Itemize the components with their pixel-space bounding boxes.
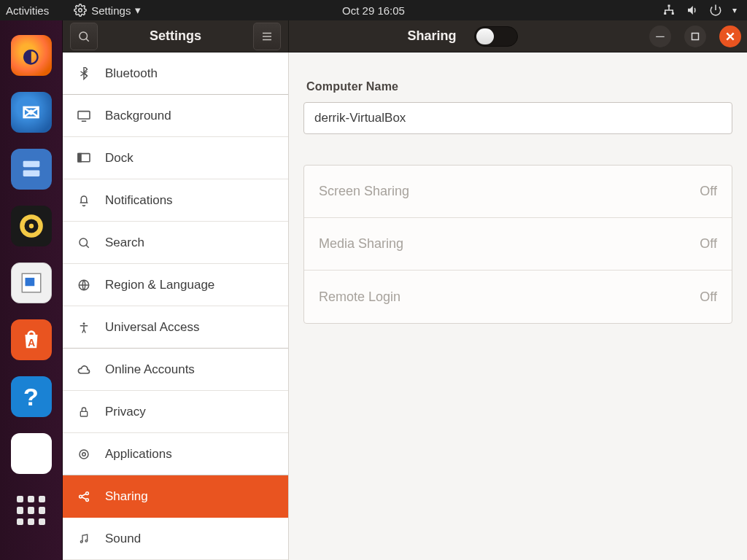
svg-rect-4 [23,161,39,168]
sidebar-item-label: Online Accounts [105,362,195,377]
activities-button[interactable]: Activities [6,4,49,17]
dock-show-applications[interactable] [11,490,52,531]
svg-point-17 [80,238,88,246]
svg-rect-2 [664,12,666,15]
search-icon [76,236,92,249]
settings-window: Settings Sharing ─ [63,20,747,560]
firefox-icon: ◐ [23,44,39,67]
hamburger-menu-button[interactable] [253,23,281,50]
svg-text:A: A [27,337,34,349]
sidebar-item-label: Sound [105,532,141,546]
dock-files[interactable] [11,149,52,190]
dock-help[interactable]: ? [11,376,52,417]
hamburger-icon [260,30,274,43]
row-state: Off [700,236,717,252]
dock-firefox[interactable]: ◐ [11,35,52,76]
sidebar-item-label: Bluetooth [105,66,158,81]
applications-icon [76,448,92,461]
svg-rect-10 [25,278,34,286]
sidebar-item-applications[interactable]: Applications [63,433,288,475]
volume-icon[interactable] [686,4,699,17]
headerbar-right: Sharing ─ [289,20,747,52]
gnome-top-panel: Activities Settings ▾ Oct 29 16:05 ▾ [0,0,747,20]
sidebar-item-label: Applications [105,447,172,462]
cloud-icon [76,364,92,376]
svg-point-27 [85,540,88,542]
globe-icon [76,279,92,292]
bell-icon [76,194,92,207]
sidebar-item-search[interactable]: Search [63,222,288,264]
svg-rect-16 [78,153,81,161]
minimize-icon: ─ [656,30,664,43]
sidebar-item-label: Notifications [105,193,173,208]
sidebar-item-label: Privacy [105,405,146,419]
sidebar-item-privacy[interactable]: Privacy [63,391,288,433]
display-icon [76,110,92,122]
computer-name-input[interactable] [303,102,732,134]
computer-name-label: Computer Name [306,80,732,93]
svg-rect-20 [80,411,87,416]
headerbar-left: Settings [63,20,289,52]
row-media-sharing[interactable]: Media Sharing Off [304,218,732,271]
svg-rect-14 [78,111,90,118]
shopping-bag-icon: A [19,327,44,352]
system-menu-chevron-icon[interactable]: ▾ [732,5,737,15]
dock-libreoffice[interactable] [11,262,52,303]
svg-point-19 [83,322,85,324]
dock-rhythmbox[interactable] [11,206,52,246]
sidebar-item-label: Universal Access [105,320,199,335]
sidebar-item-dock[interactable]: Dock [63,137,288,179]
page-title: Sharing [407,28,456,44]
window-maximize-button[interactable] [684,26,706,47]
lock-icon [76,405,92,419]
headerbar: Settings Sharing ─ [63,20,747,52]
sharing-master-switch[interactable] [474,26,518,47]
app-menu-button[interactable]: Settings ▾ [74,4,141,17]
maximize-icon [691,32,700,41]
svg-rect-1 [668,5,670,7]
bluetooth-icon [76,67,92,80]
svg-point-8 [28,224,33,228]
sharing-panel: Computer Name Screen Sharing Off Media S… [289,52,747,560]
sidebar-item-label: Background [105,109,171,123]
sidebar-item-label: Region & Language [105,278,214,292]
music-note-icon [76,532,92,545]
network-icon[interactable] [662,4,676,17]
close-icon [725,31,735,42]
sidebar-item-background[interactable]: Background [63,95,288,137]
row-state: Off [700,184,717,199]
svg-rect-5 [23,170,39,176]
dock-ubuntu-software[interactable]: A [11,319,52,360]
help-icon: ? [23,383,39,411]
sidebar-title: Settings [150,28,201,44]
sidebar-item-universal-access[interactable]: Universal Access [63,306,288,349]
window-minimize-button[interactable]: ─ [649,26,671,47]
svg-rect-13 [692,33,699,39]
sidebar-item-sharing[interactable]: Sharing [63,475,288,518]
svg-rect-3 [672,12,674,15]
sidebar-item-sound[interactable]: Sound [63,518,288,560]
sidebar-item-notifications[interactable]: Notifications [63,179,288,222]
dock-amazon[interactable]: a [11,433,52,474]
search-button[interactable] [70,23,98,50]
thunderbird-icon: ✉ [22,100,40,125]
sidebar-item-online-accounts[interactable]: Online Accounts [63,349,288,391]
row-state: Off [700,289,717,305]
dock-thunderbird[interactable]: ✉ [11,92,52,133]
clock[interactable]: Oct 29 16:05 [342,4,405,17]
writer-icon [19,271,44,295]
sidebar-item-label: Sharing [105,489,148,504]
window-content: Bluetooth Background Dock Notifications … [63,52,747,560]
row-remote-login[interactable]: Remote Login Off [304,271,732,323]
row-label: Remote Login [319,289,400,305]
sidebar-item-bluetooth[interactable]: Bluetooth [63,52,288,95]
gear-icon [74,4,87,17]
sidebar-item-region[interactable]: Region & Language [63,264,288,306]
row-label: Media Sharing [319,236,403,252]
row-screen-sharing[interactable]: Screen Sharing Off [304,166,732,218]
window-close-button[interactable] [719,26,741,47]
files-icon [19,157,44,182]
power-icon[interactable] [709,4,722,17]
share-icon [76,490,92,503]
sidebar-item-label: Dock [105,151,133,166]
